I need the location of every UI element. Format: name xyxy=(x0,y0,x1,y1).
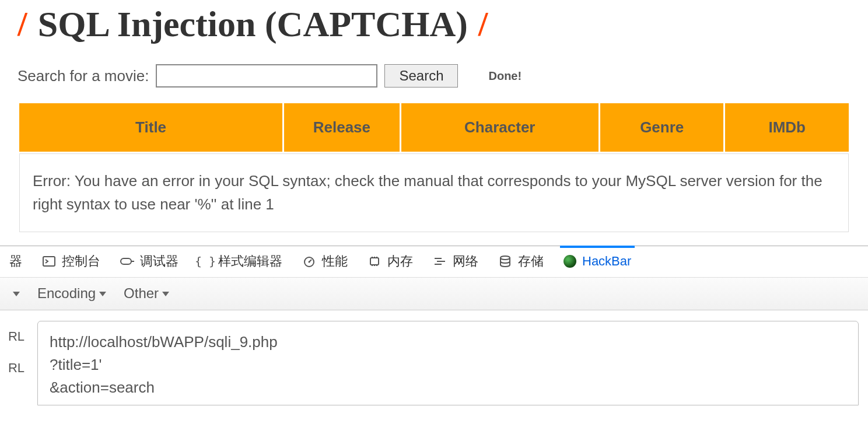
th-title: Title xyxy=(19,103,282,152)
tab-console[interactable]: 控制台 xyxy=(42,246,100,277)
tab-fragment: 器 xyxy=(9,253,22,270)
chevron-down-icon xyxy=(162,292,169,296)
performance-icon xyxy=(302,256,316,267)
tab-console-label: 控制台 xyxy=(62,253,100,270)
tab-memory-label: 内存 xyxy=(387,253,413,270)
side-label-rl-2: RL xyxy=(8,360,24,376)
hackbar-toolbar: Encoding Other xyxy=(0,278,868,310)
url-line: http://localhost/bWAPP/sqli_9.php xyxy=(50,331,846,354)
slash-left: / xyxy=(18,6,27,41)
url-line: ?title=1' xyxy=(50,354,846,376)
tab-memory[interactable]: 内存 xyxy=(368,246,413,277)
memory-icon xyxy=(368,256,382,267)
sql-error-cell: Error: You have an error in your SQL syn… xyxy=(19,153,849,232)
svg-rect-0 xyxy=(43,257,55,266)
dropdown-partial[interactable] xyxy=(9,290,20,296)
chevron-down-icon xyxy=(13,292,20,296)
tab-debugger-label: 调试器 xyxy=(140,253,178,270)
network-icon xyxy=(433,256,447,267)
storage-icon xyxy=(498,256,512,267)
devtools-panel: 器 控制台 调试器 { } 样式编辑器 性能 xyxy=(0,246,868,405)
dropdown-other-label: Other xyxy=(124,285,159,302)
tab-storage-label: 存储 xyxy=(518,253,544,270)
url-textarea[interactable]: http://localhost/bWAPP/sqli_9.php ?title… xyxy=(37,321,859,405)
tab-hackbar-label: HackBar xyxy=(582,254,631,269)
th-release: Release xyxy=(284,103,399,152)
style-editor-icon: { } xyxy=(198,256,212,267)
svg-rect-1 xyxy=(121,258,131,264)
slash-right: / xyxy=(478,6,488,41)
tab-hackbar[interactable]: HackBar xyxy=(564,246,631,277)
dropdown-encoding-label: Encoding xyxy=(37,285,96,302)
devtools-tabbar: 器 控制台 调试器 { } 样式编辑器 性能 xyxy=(0,246,868,278)
th-character: Character xyxy=(401,103,598,152)
dropdown-encoding[interactable]: Encoding xyxy=(37,285,106,302)
search-status: Done! xyxy=(488,69,522,83)
svg-point-16 xyxy=(501,256,510,260)
tab-network-label: 网络 xyxy=(453,253,478,270)
side-label-rl-1: RL xyxy=(8,329,24,344)
url-line: &action=search xyxy=(50,376,846,399)
hackbar-icon xyxy=(564,255,576,268)
results-table: Title Release Character Genre IMDb Error… xyxy=(18,102,850,234)
svg-rect-6 xyxy=(370,258,379,265)
search-input[interactable] xyxy=(156,64,377,88)
tab-performance-label: 性能 xyxy=(322,253,348,270)
page-title: SQL Injection (CAPTCHA) xyxy=(38,6,468,42)
tab-storage[interactable]: 存储 xyxy=(498,246,544,277)
tab-debugger[interactable]: 调试器 xyxy=(120,246,178,277)
dropdown-other[interactable]: Other xyxy=(124,285,169,302)
tab-style-editor[interactable]: { } 样式编辑器 xyxy=(198,246,282,277)
chevron-down-icon xyxy=(99,292,106,296)
tab-performance[interactable]: 性能 xyxy=(302,246,348,277)
th-imdb: IMDb xyxy=(725,103,849,152)
th-genre: Genre xyxy=(600,103,724,152)
search-label: Search for a movie: xyxy=(18,67,149,85)
tab-network[interactable]: 网络 xyxy=(433,246,478,277)
console-icon xyxy=(42,256,56,267)
search-button[interactable]: Search xyxy=(384,64,458,88)
svg-point-5 xyxy=(309,261,310,263)
table-row: Error: You have an error in your SQL syn… xyxy=(19,153,849,232)
debugger-icon xyxy=(120,256,134,267)
tab-style-editor-label: 样式编辑器 xyxy=(218,253,282,270)
